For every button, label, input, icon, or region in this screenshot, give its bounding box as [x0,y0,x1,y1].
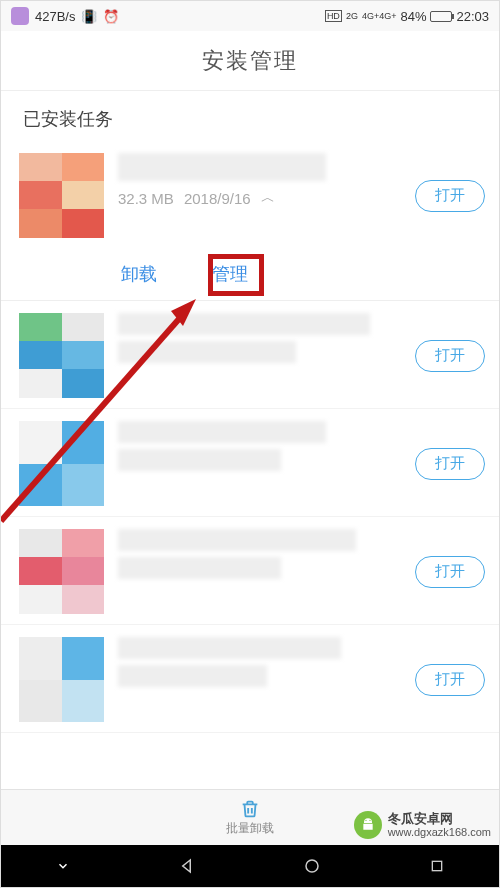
app-name-blurred [118,421,326,443]
app-icon-2 [19,313,104,398]
app-row[interactable]: 打开 [1,301,499,409]
app-name-blurred [118,637,341,659]
nav-recent[interactable] [425,854,449,878]
battery-pct: 84% [400,9,426,24]
app-meta-blurred [118,557,281,579]
batch-uninstall-label: 批量卸载 [226,820,274,837]
vibrate-icon: 📳 [81,9,97,24]
open-button[interactable]: 打开 [415,180,485,212]
manage-link[interactable]: 管理 [212,262,248,286]
app-row[interactable]: 打开 [1,517,499,625]
app-name-blurred [118,313,370,335]
page-title: 安装管理 [1,31,499,91]
app-row[interactable]: 打开 [1,625,499,733]
app-list: 已安装任务 32.3 MB 2018/9/16 ︿ 打开 卸载 管理 [1,91,499,791]
android-nav-bar [1,845,499,887]
watermark-url: www.dgxazk168.com [388,826,491,838]
open-button[interactable]: 打开 [415,664,485,696]
open-button[interactable]: 打开 [415,340,485,372]
app-meta-blurred [118,449,281,471]
app-date: 2018/9/16 [184,190,251,207]
alarm-icon: ⏰ [103,9,119,24]
battery-icon [430,11,452,22]
app-icon-3 [19,421,104,506]
net-speed: 427B/s [35,9,75,24]
app-meta-blurred [118,665,267,687]
nav-home[interactable] [300,854,324,878]
trash-icon [239,798,261,820]
app-meta-blurred [118,341,296,363]
section-header: 已安装任务 [1,91,499,141]
status-bar: 427B/s 📳 ⏰ HD 2G 4G+4G+ 84% 22:03 [1,1,499,31]
clock: 22:03 [456,9,489,24]
signal-4g: 4G+4G+ [362,11,397,21]
app-icon-4 [19,529,104,614]
signal-2g: 2G [346,11,358,21]
app-actions: 卸载 管理 [1,248,499,301]
nav-hide[interactable] [51,854,75,878]
app-launcher-icon [11,7,29,25]
open-button[interactable]: 打开 [415,448,485,480]
watermark-title: 冬瓜安卓网 [388,812,491,826]
open-button[interactable]: 打开 [415,556,485,588]
nav-back[interactable] [176,854,200,878]
hd-icon: HD [325,10,342,22]
chevron-up-icon[interactable]: ︿ [261,189,275,207]
svg-point-2 [306,860,318,872]
app-icon-1 [19,153,104,238]
uninstall-link[interactable]: 卸载 [121,262,157,286]
app-size: 32.3 MB [118,190,174,207]
app-row[interactable]: 打开 [1,409,499,517]
app-row[interactable]: 32.3 MB 2018/9/16 ︿ 打开 [1,141,499,248]
app-name-blurred [118,153,326,181]
app-name-blurred [118,529,356,551]
watermark: 冬瓜安卓网 www.dgxazk168.com [354,811,491,839]
watermark-icon [354,811,382,839]
app-icon-5 [19,637,104,722]
svg-rect-3 [432,861,441,870]
